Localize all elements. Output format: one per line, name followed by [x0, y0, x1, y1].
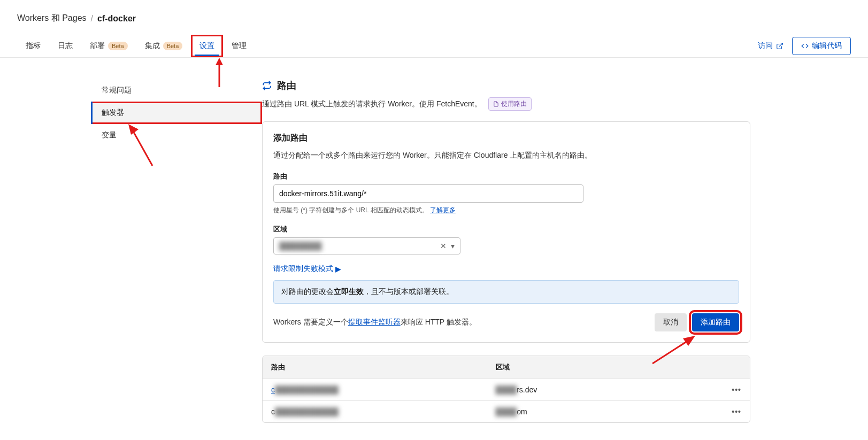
sidebar-item-general[interactable]: 常规问题 [91, 79, 262, 102]
route-cell: c████████████ [271, 385, 496, 394]
tab-logs[interactable]: 日志 [49, 35, 81, 57]
edit-code-label: 编辑代码 [812, 41, 842, 51]
section-title: 路由 [277, 79, 296, 92]
tab-manage-label: 管理 [232, 41, 247, 51]
beta-badge: Beta [108, 42, 128, 50]
zone-field: 区域 ████████ ✕ ▾ [273, 225, 739, 254]
section-desc-text: 通过路由 URL 模式上触发的请求执行 Worker。使用 FetchEvent… [262, 99, 482, 109]
tab-settings[interactable]: 设置 [191, 35, 223, 57]
footer-note-prefix: Workers 需要定义一个 [273, 318, 348, 326]
route-input[interactable] [273, 184, 583, 203]
route-link[interactable]: c [271, 385, 275, 394]
page-header: Workers 和 Pages / cf-docker 指标 日志 部署 Bet… [0, 0, 868, 58]
footer-note-suffix: 来响应 HTTP 触发器。 [401, 318, 477, 326]
add-route-button[interactable]: 添加路由 [692, 313, 739, 331]
fail-mode-expand[interactable]: 请求限制失败模式 ▶ [273, 264, 341, 274]
zone-cell: ████rs.dev [496, 385, 720, 394]
info-bold: 立即生效 [334, 287, 364, 296]
select-icons: ✕ ▾ [440, 242, 455, 250]
table-row: c████████████ ████rs.dev ••• [263, 379, 750, 400]
doc-badge-label: 使用路由 [501, 99, 527, 109]
info-suffix: ，且不与版本或部署关联。 [364, 287, 454, 296]
chevron-right-icon: ▶ [335, 265, 341, 273]
footer-actions: 取消 添加路由 [655, 313, 739, 331]
info-banner: 对路由的更改会立即生效，且不与版本或部署关联。 [273, 280, 739, 304]
row-actions[interactable]: ••• [720, 385, 741, 394]
sidebar-item-label: 常规问题 [102, 86, 132, 94]
tab-integrations[interactable]: 集成 Beta [136, 35, 191, 57]
zone-value: ████████ [279, 242, 321, 250]
content: 路由 通过路由 URL 模式上触发的请求执行 Worker。使用 FetchEv… [262, 79, 868, 423]
panel-footer: Workers 需要定义一个提取事件监听器来响应 HTTP 触发器。 取消 添加… [273, 313, 739, 331]
route-label: 路由 [273, 172, 739, 181]
footer-note: Workers 需要定义一个提取事件监听器来响应 HTTP 触发器。 [273, 318, 477, 327]
sidebar-item-triggers[interactable]: 触发器 [91, 102, 262, 124]
zone-label: 区域 [273, 225, 739, 234]
tab-manage[interactable]: 管理 [223, 35, 255, 57]
section-title-row: 路由 [262, 79, 750, 92]
table-header: 路由 区域 [263, 356, 750, 379]
zone-cell: ████om [496, 407, 720, 416]
visit-link[interactable]: 访问 [758, 41, 783, 51]
route-cell: c████████████ [271, 407, 496, 416]
col-route-header: 路由 [271, 362, 496, 372]
tab-metrics-label: 指标 [26, 41, 41, 51]
tab-logs-label: 日志 [58, 41, 73, 51]
zone-select[interactable]: ████████ ✕ ▾ [273, 237, 460, 254]
doc-icon [493, 101, 499, 107]
fetch-listener-link[interactable]: 提取事件监听器 [348, 318, 401, 326]
svg-line-0 [779, 43, 782, 47]
learn-more-link[interactable]: 了解更多 [430, 206, 456, 214]
route-field: 路由 使用星号 (*) 字符创建与多个 URL 相匹配的动态模式。 了解更多 [273, 172, 739, 215]
visit-link-label: 访问 [758, 41, 773, 51]
panel-desc: 通过分配给一个或多个路由来运行您的 Worker。只能指定在 Cloudflar… [273, 149, 739, 161]
tab-deployments-label: 部署 [90, 41, 105, 51]
doc-badge[interactable]: 使用路由 [488, 97, 532, 111]
sidebar-item-variables[interactable]: 变量 [91, 124, 262, 146]
breadcrumb: Workers 和 Pages / cf-docker [17, 13, 851, 24]
settings-sidebar: 常规问题 触发器 变量 [0, 79, 262, 423]
external-link-icon [776, 42, 783, 50]
breadcrumb-sep: / [91, 14, 93, 24]
clear-icon[interactable]: ✕ [440, 242, 447, 250]
fail-mode-label: 请求限制失败模式 [273, 264, 333, 274]
chevron-down-icon[interactable]: ▾ [451, 242, 455, 250]
beta-badge: Beta [163, 42, 183, 50]
route-hint: 使用星号 (*) 字符创建与多个 URL 相匹配的动态模式。 了解更多 [273, 206, 739, 215]
table-row: c████████████ ████om ••• [263, 400, 750, 422]
cancel-button[interactable]: 取消 [655, 313, 687, 331]
info-prefix: 对路由的更改会 [281, 287, 334, 296]
add-route-panel: 添加路由 通过分配给一个或多个路由来运行您的 Worker。只能指定在 Clou… [262, 121, 750, 343]
section-desc: 通过路由 URL 模式上触发的请求执行 Worker。使用 FetchEvent… [262, 97, 750, 111]
panel-title: 添加路由 [273, 133, 739, 144]
routes-icon [262, 81, 272, 90]
main: 常规问题 触发器 变量 路由 通过路由 URL 模式上触发的请求执行 Worke… [0, 58, 868, 423]
col-zone-header: 区域 [496, 362, 720, 372]
sidebar-item-label: 变量 [102, 130, 117, 139]
tab-deployments[interactable]: 部署 Beta [81, 35, 136, 57]
tab-integrations-label: 集成 [145, 41, 160, 51]
header-actions: 访问 编辑代码 [758, 37, 851, 55]
route-hint-text: 使用星号 (*) 字符创建与多个 URL 相匹配的动态模式。 [273, 206, 428, 214]
sidebar-item-label: 触发器 [102, 108, 124, 117]
breadcrumb-parent[interactable]: Workers 和 Pages [17, 13, 87, 24]
tabs: 指标 日志 部署 Beta 集成 Beta 设置 管理 [17, 35, 255, 57]
routes-table: 路由 区域 c████████████ ████rs.dev ••• c████… [262, 356, 750, 423]
row-actions[interactable]: ••• [720, 407, 741, 416]
tab-metrics[interactable]: 指标 [17, 35, 49, 57]
edit-code-button[interactable]: 编辑代码 [792, 37, 851, 55]
breadcrumb-current: cf-docker [97, 14, 136, 24]
code-icon [801, 42, 809, 50]
tab-settings-label: 设置 [199, 41, 214, 51]
